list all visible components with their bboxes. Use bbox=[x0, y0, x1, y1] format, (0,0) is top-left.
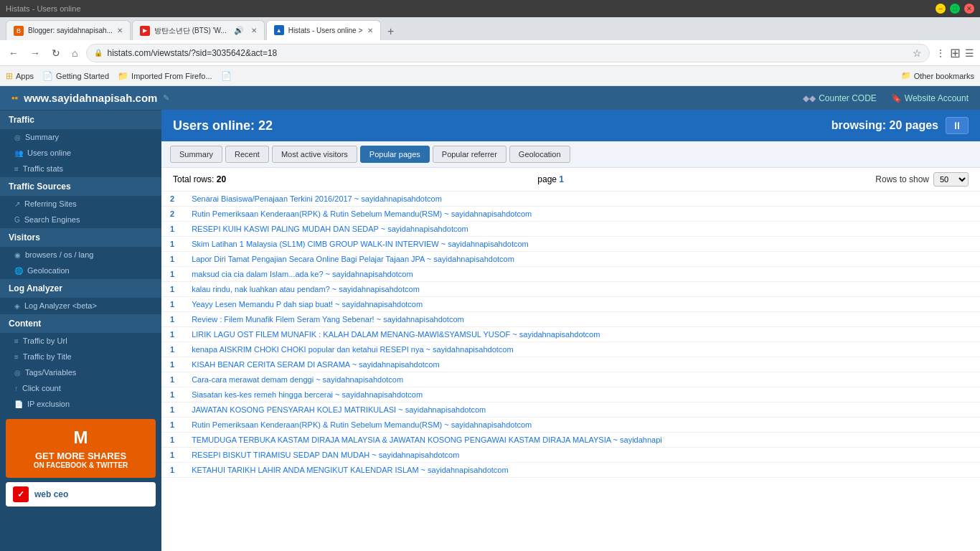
rows-select[interactable]: 50 25 100 bbox=[933, 172, 969, 187]
tab-most-active[interactable]: Most active visitors bbox=[272, 146, 357, 163]
row-page-link[interactable]: LIRIK LAGU OST FILEM MUNAFIK : KALAH DAL… bbox=[183, 327, 980, 342]
tab-popular-referrer[interactable]: Popular referrer bbox=[433, 146, 507, 163]
ip-icon: 📄 bbox=[14, 400, 23, 408]
tab-bts-label: 방탄소년단 (BTS) 'W... bbox=[154, 26, 227, 36]
sidebar-item-traffic-stats[interactable]: ≡ Traffic stats bbox=[0, 161, 161, 176]
forward-button[interactable]: → bbox=[27, 46, 43, 60]
back-button[interactable]: ← bbox=[6, 46, 22, 60]
sidebar-item-browsers[interactable]: ◉ browsers / os / lang bbox=[0, 247, 161, 263]
window-controls[interactable]: – □ ✕ bbox=[936, 4, 974, 14]
row-page-link[interactable]: Yeayy Lesen Memandu P dah siap buat! ~ s… bbox=[183, 297, 980, 312]
tab-blogger-close[interactable]: ✕ bbox=[117, 27, 123, 34]
row-page-link[interactable]: KETAHUI TARIKH LAHIR ANDA MENGIKUT KALEN… bbox=[183, 463, 980, 478]
tab-histats-close[interactable]: ✕ bbox=[367, 27, 373, 34]
tabs-row: Summary Recent Most active visitors Popu… bbox=[161, 141, 980, 168]
right-panel: Users online: 22 browsing: 20 pages ⏸ Su… bbox=[161, 110, 980, 551]
row-page-link[interactable]: Skim Latihan 1 Malaysia (SL1M) CIMB GROU… bbox=[183, 237, 980, 252]
reload-button[interactable]: ↻ bbox=[49, 46, 63, 60]
counter-code-link[interactable]: ◆◆ Counter CODE bbox=[803, 93, 877, 103]
search-engines-icon: G bbox=[14, 216, 20, 224]
tab-blogger[interactable]: B Blogger: sayidahnapisah... ✕ bbox=[6, 20, 131, 40]
ad-webceo-block[interactable]: ✓ web ceo bbox=[6, 482, 156, 507]
other-bookmarks-label: Other bookmarks bbox=[914, 72, 974, 80]
tab-popular-pages[interactable]: Popular pages bbox=[360, 146, 430, 163]
row-page-link[interactable]: kenapa AISKRIM CHOKI CHOKI popular dan k… bbox=[183, 342, 980, 357]
users-online-icon: 👥 bbox=[14, 149, 23, 157]
sidebar-item-geolocation[interactable]: 🌐 Geolocation bbox=[0, 263, 161, 278]
pause-button[interactable]: ⏸ bbox=[946, 117, 969, 134]
content-section-header: Content bbox=[0, 314, 161, 333]
bookmark-imported[interactable]: 📁 Imported From Firefo... bbox=[118, 71, 212, 81]
traffic-by-title-label: Traffic by Title bbox=[23, 352, 72, 361]
other-bookmarks[interactable]: 📁 Other bookmarks bbox=[901, 71, 974, 80]
tab-summary[interactable]: Summary bbox=[170, 146, 222, 163]
website-account-link[interactable]: 🔖 Website Account bbox=[891, 93, 969, 103]
settings-icon[interactable]: ⊞ bbox=[950, 45, 961, 61]
tab-geolocation[interactable]: Geolocation bbox=[509, 146, 570, 163]
sidebar-item-summary[interactable]: ◎ Summary bbox=[0, 129, 161, 145]
home-button[interactable]: ⌂ bbox=[69, 46, 80, 60]
tab-bts-close[interactable]: ✕ bbox=[251, 27, 257, 34]
row-page-link[interactable]: TEMUDUGA TERBUKA KASTAM DIRAJA MALAYSIA … bbox=[183, 433, 980, 448]
row-page-link[interactable]: KISAH BENAR CERITA SERAM DI ASRAMA ~ say… bbox=[183, 357, 980, 372]
new-tab-button[interactable]: + bbox=[382, 23, 400, 40]
url-bar[interactable]: 🔒 histats.com/viewstats/?sid=3035642&act… bbox=[86, 44, 930, 62]
bookmark-doc[interactable]: 📄 bbox=[221, 71, 232, 81]
traffic-by-url-label: Traffic by Url bbox=[23, 336, 67, 345]
counter-code-label: Counter CODE bbox=[819, 93, 877, 103]
webceo-label: web ceo bbox=[34, 489, 68, 499]
row-count: 1 bbox=[161, 387, 183, 402]
sidebar-item-click-count[interactable]: ↑ Click count bbox=[0, 380, 161, 396]
row-page-link[interactable]: RESEPI KUIH KASWI PALING MUDAH DAN SEDAP… bbox=[183, 222, 980, 237]
row-page-link[interactable]: Senarai Biasiswa/Penajaan Terkini 2016/2… bbox=[183, 192, 980, 207]
row-count: 1 bbox=[161, 297, 183, 312]
sidebar-item-users-online[interactable]: 👥 Users online bbox=[0, 145, 161, 161]
row-page-link[interactable]: Lapor Diri Tamat Pengajian Secara Online… bbox=[183, 252, 980, 267]
panel-header: Users online: 22 browsing: 20 pages ⏸ bbox=[161, 110, 980, 141]
tab-bts[interactable]: ▶ 방탄소년단 (BTS) 'W... 🔊 ✕ bbox=[132, 20, 265, 40]
row-page-link[interactable]: Review : Filem Munafik Filem Seram Yang … bbox=[183, 312, 980, 327]
table-row: 1 Siasatan kes-kes remeh hingga bercerai… bbox=[161, 387, 980, 402]
chrome-menu-icon[interactable]: ☰ bbox=[965, 47, 974, 59]
bookmark-getting-started[interactable]: 📄 Getting Started bbox=[42, 71, 109, 81]
sidebar-item-traffic-by-url[interactable]: ≡ Traffic by Url bbox=[0, 333, 161, 349]
row-page-link[interactable]: Siasatan kes-kes remeh hingga bercerai ~… bbox=[183, 387, 980, 402]
site-name[interactable]: www.sayidahnapisah.com bbox=[24, 92, 157, 104]
sidebar-item-search-engines[interactable]: G Search Engines bbox=[0, 212, 161, 227]
total-rows-label: Total rows: bbox=[173, 174, 214, 184]
bookmark-star-icon[interactable]: ☆ bbox=[913, 47, 922, 59]
table-row: 1 KISAH BENAR CERITA SERAM DI ASRAMA ~ s… bbox=[161, 357, 980, 372]
sidebar-item-ip-exclusion[interactable]: 📄 IP exclusion bbox=[0, 396, 161, 412]
row-page-link[interactable]: Cara-cara merawat demam denggi ~ sayidah… bbox=[183, 372, 980, 387]
rows-to-show-label: Rows to show bbox=[875, 174, 929, 184]
histats-favicon: ▲ bbox=[274, 25, 284, 35]
sidebar-item-traffic-by-title[interactable]: ≡ Traffic by Title bbox=[0, 349, 161, 364]
getting-started-label: Getting Started bbox=[56, 72, 109, 80]
extensions-icon[interactable]: ⋮ bbox=[936, 47, 946, 59]
bookmark-apps[interactable]: ⊞ Apps bbox=[6, 71, 34, 81]
sidebar-ad-orange[interactable]: M GET MORE SHARES ON FACEBOOK & TWITTER … bbox=[6, 419, 156, 507]
row-count: 1 bbox=[161, 463, 183, 478]
visitors-label: Visitors bbox=[9, 232, 40, 242]
tab-recent[interactable]: Recent bbox=[225, 146, 269, 163]
close-button[interactable]: ✕ bbox=[964, 4, 974, 14]
sidebar-item-log-analyzer-beta[interactable]: ◈ Log Analyzer <beta> bbox=[0, 298, 161, 314]
row-page-link[interactable]: maksud cia cia dalam Islam...ada ke? ~ s… bbox=[183, 267, 980, 282]
minimize-button[interactable]: – bbox=[936, 4, 946, 14]
row-page-link[interactable]: JAWATAN KOSONG PENSYARAH KOLEJ MATRIKULA… bbox=[183, 402, 980, 418]
row-page-link[interactable]: kalau rindu, nak luahkan atau pendam? ~ … bbox=[183, 282, 980, 297]
apps-icon: ⊞ bbox=[6, 71, 13, 81]
maximize-button[interactable]: □ bbox=[950, 4, 960, 14]
ad-orange-block[interactable]: M GET MORE SHARES ON FACEBOOK & TWITTER bbox=[6, 419, 156, 478]
traffic-sources-section-header: Traffic Sources bbox=[0, 176, 161, 196]
table-row: 2 Senarai Biasiswa/Penajaan Terkini 2016… bbox=[161, 192, 980, 207]
row-page-link[interactable]: RESEPI BISKUT TIRAMISU SEDAP DAN MUDAH ~… bbox=[183, 448, 980, 463]
ip-exclusion-label: IP exclusion bbox=[27, 400, 70, 408]
tab-histats[interactable]: ▲ Histats - Users online > ✕ bbox=[266, 20, 381, 40]
sidebar-item-tags-variables[interactable]: ◎ Tags/Variables bbox=[0, 364, 161, 380]
sidebar-item-referring-sites[interactable]: ↗ Referring Sites bbox=[0, 196, 161, 212]
table-row: 1 Skim Latihan 1 Malaysia (SL1M) CIMB GR… bbox=[161, 237, 980, 252]
row-page-link[interactable]: Rutin Pemeriksaan Kenderaan(RPK) & Rutin… bbox=[183, 207, 980, 222]
site-edit-icon[interactable]: ✎ bbox=[163, 93, 169, 103]
row-page-link[interactable]: Rutin Pemeriksaan Kenderaan(RPK) & Rutin… bbox=[183, 418, 980, 433]
